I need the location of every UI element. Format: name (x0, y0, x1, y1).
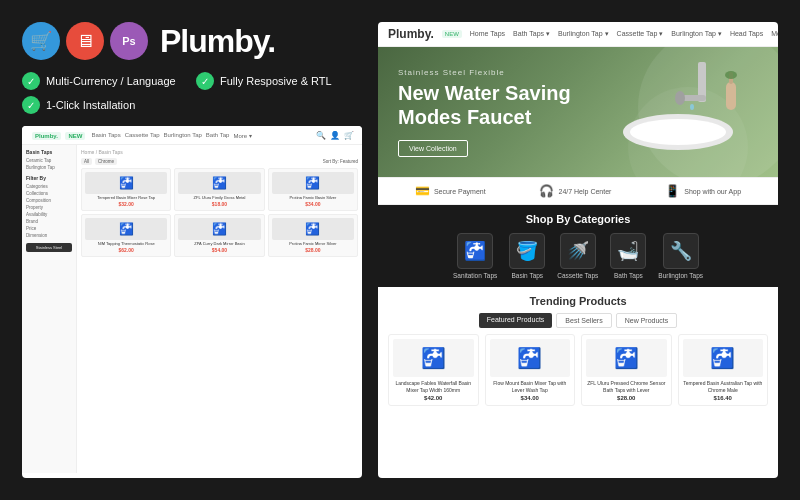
trending-tab-featured[interactable]: Featured Products (479, 313, 553, 328)
basin-taps-icon: 🪣 (509, 233, 545, 269)
category-burlington-taps[interactable]: 🔧 Burlington Taps (658, 233, 703, 279)
mini-product-img-3: 🚰 (272, 172, 354, 194)
mini-product-2: 🚰 ZFL Uluru Fimily Gross Metal $18.00 (174, 168, 264, 211)
mini-product-1: 🚰 Tempered Basin Mixer Rose Tap $32.00 (81, 168, 171, 211)
mini-store-body: Basin Taps Ceramic Tap Burlington Tap Fi… (22, 145, 362, 473)
category-basin-taps[interactable]: 🪣 Basin Taps (509, 233, 545, 279)
trend-product-img-4: 🚰 (683, 339, 764, 377)
store-nav-more[interactable]: More ▾ (771, 30, 778, 38)
mini-product-5: 🚰 ZPA Curry Dark Mirror Basin $54.00 (174, 214, 264, 257)
mini-cart-icon[interactable]: 🛒 (344, 131, 354, 140)
cassette-taps-icon: 🚿 (560, 233, 596, 269)
ps-icon-circle: Ps (110, 22, 148, 60)
trend-product-3: 🚰 ZFL Uluru Pressed Chrome Sensor Bath T… (581, 334, 672, 406)
store-nav-burlington[interactable]: Burlington Tap ▾ (558, 30, 609, 38)
mini-product-4: 🚰 NIM Tapping Thermostatic Rose $62.00 (81, 214, 171, 257)
store-nav-cassette[interactable]: Cassette Tap ▾ (617, 30, 664, 38)
mini-sidebar-section-basintaps: Basin Taps Ceramic Tap Burlington Tap (26, 149, 72, 171)
store-nav: Home Taps Bath Taps ▾ Burlington Tap ▾ C… (470, 30, 778, 38)
mini-store-preview: Plumby. NEW Basin Taps Cassette Tap Burl… (22, 126, 362, 478)
store-logo-badge: NEW (442, 30, 462, 38)
store-nav-bath[interactable]: Bath Taps ▾ (513, 30, 550, 38)
store-logo: Plumby. (388, 27, 434, 41)
trend-product-2: 🚰 Flow Mount Basin Mixer Tap with Lever … (485, 334, 576, 406)
categories-title: Shop By Categories (388, 213, 768, 225)
mini-filter-btn-all[interactable]: All (81, 158, 92, 165)
mini-product-img-2: 🚰 (178, 172, 260, 194)
secure-payment-icon: 💳 (415, 184, 430, 198)
category-bath-taps[interactable]: 🛁 Bath Taps (610, 233, 646, 279)
mini-nav-item-3[interactable]: Burlington Tap (164, 132, 202, 139)
store-nav-home[interactable]: Home Taps (470, 30, 505, 38)
categories-row: 🚰 Sanitation Taps 🪣 Basin Taps 🚿 Cassett… (388, 233, 768, 279)
category-sanitation-taps[interactable]: 🚰 Sanitation Taps (453, 233, 497, 279)
mini-nav-item-1[interactable]: Basin Taps (91, 132, 120, 139)
mini-user-icon[interactable]: 👤 (330, 131, 340, 140)
feature-responsive: ✓ Fully Resposive & RTL (196, 72, 362, 90)
hero-section: Stainless Steel Flexible New Water Savin… (378, 47, 778, 177)
mini-product-3: 🚰 Protina Famic Basin Silver $34.00 (268, 168, 358, 211)
category-cassette-taps[interactable]: 🚿 Cassette Taps (557, 233, 598, 279)
features-grid: ✓ Multi-Currency / Language ✓ Fully Resp… (22, 72, 362, 114)
mini-nav-item-2[interactable]: Cassette Tap (125, 132, 160, 139)
cart-icon-circle: 🛒 (22, 22, 60, 60)
feature-oneclick: ✓ 1-Click Installation (22, 96, 362, 114)
trend-product-img-1: 🚰 (393, 339, 474, 377)
store-nav-burlington2[interactable]: Burlington Tap ▾ (671, 30, 722, 38)
mini-search-icon[interactable]: 🔍 (316, 131, 326, 140)
mini-store-nav: Basin Taps Cassette Tap Burlington Tap B… (91, 132, 310, 139)
store-nav-head[interactable]: Head Taps (730, 30, 763, 38)
mini-nav-item-4[interactable]: Bath Tap (206, 132, 230, 139)
mini-products-grid: 🚰 Tempered Basin Mixer Rose Tap $32.00 🚰… (81, 168, 358, 257)
mini-product-6: 🚰 Protina Famic Mirror Silver $28.00 (268, 214, 358, 257)
feat-help-center: 🎧 24/7 Help Center (539, 184, 611, 198)
mini-breadcrumb: Home / Basin Taps (81, 149, 358, 155)
brand-name: Plumby. (160, 23, 275, 60)
check-icon-2: ✓ (196, 72, 214, 90)
trend-product-1: 🚰 Landscape Fables Waterfall Basin Mixer… (388, 334, 479, 406)
mini-sort-label: Sort By: Featured (323, 159, 358, 164)
hero-subtitle: Stainless Steel Flexible (398, 68, 571, 77)
icon-group: 🛒 🖥 Ps (22, 22, 148, 60)
svg-point-8 (725, 71, 737, 79)
bath-taps-icon: 🛁 (610, 233, 646, 269)
hero-faucet-svg (578, 47, 758, 167)
right-panel: Plumby. NEW Home Taps Bath Taps ▾ Burlin… (378, 22, 778, 478)
mini-product-img-1: 🚰 (85, 172, 167, 194)
mini-store-logo: Plumby. NEW (30, 130, 85, 140)
mini-product-img-4: 🚰 (85, 218, 167, 240)
check-icon-1: ✓ (22, 72, 40, 90)
mini-filter-btn-chrome[interactable]: Chrome (95, 158, 117, 165)
trending-tabs: Featured Products Best Sellers New Produ… (388, 313, 768, 328)
mini-product-img-6: 🚰 (272, 218, 354, 240)
left-panel: 🛒 🖥 Ps Plumby. ✓ Multi-Currency / Langua… (22, 22, 362, 478)
svg-point-3 (690, 104, 694, 110)
feat-shop-app: 📱 Shop with our App (665, 184, 741, 198)
feat-secure-payment: 💳 Secure Payment (415, 184, 486, 198)
svg-point-2 (675, 91, 685, 105)
branding-row: 🛒 🖥 Ps Plumby. (22, 22, 362, 60)
store-top: Plumby. NEW Home Taps Bath Taps ▾ Burlin… (378, 22, 778, 47)
trend-product-img-2: 🚰 (490, 339, 571, 377)
mini-sidebar-section-filter: Filter By Categories Collections Composi… (26, 175, 72, 239)
burlington-taps-icon: 🔧 (663, 233, 699, 269)
hero-image-area (578, 47, 778, 177)
hero-title: New Water Saving Modes Faucet (398, 81, 571, 129)
trending-tab-new[interactable]: New Products (616, 313, 678, 328)
mini-nav-item-5[interactable]: More ▾ (233, 132, 251, 139)
sanitation-taps-icon: 🚰 (457, 233, 493, 269)
hero-view-collection-button[interactable]: View Collection (398, 140, 468, 157)
mini-sidebar: Basin Taps Ceramic Tap Burlington Tap Fi… (22, 145, 77, 473)
trending-title: Trending Products (388, 295, 768, 307)
svg-rect-6 (726, 82, 736, 110)
features-bar: 💳 Secure Payment 🎧 24/7 Help Center 📱 Sh… (378, 177, 778, 205)
mini-sidebar-tag: Stainless Steel (26, 243, 72, 252)
main-container: 🛒 🖥 Ps Plumby. ✓ Multi-Currency / Langua… (10, 10, 790, 490)
mini-store-header: Plumby. NEW Basin Taps Cassette Tap Burl… (22, 126, 362, 145)
trending-products-grid: 🚰 Landscape Fables Waterfall Basin Mixer… (388, 334, 768, 406)
help-center-icon: 🎧 (539, 184, 554, 198)
trend-product-4: 🚰 Tempered Basin Australian Tap with Chr… (678, 334, 769, 406)
check-icon-3: ✓ (22, 96, 40, 114)
mini-filter-row: All Chrome Sort By: Featured (81, 158, 358, 165)
trending-tab-bestsellers[interactable]: Best Sellers (556, 313, 611, 328)
